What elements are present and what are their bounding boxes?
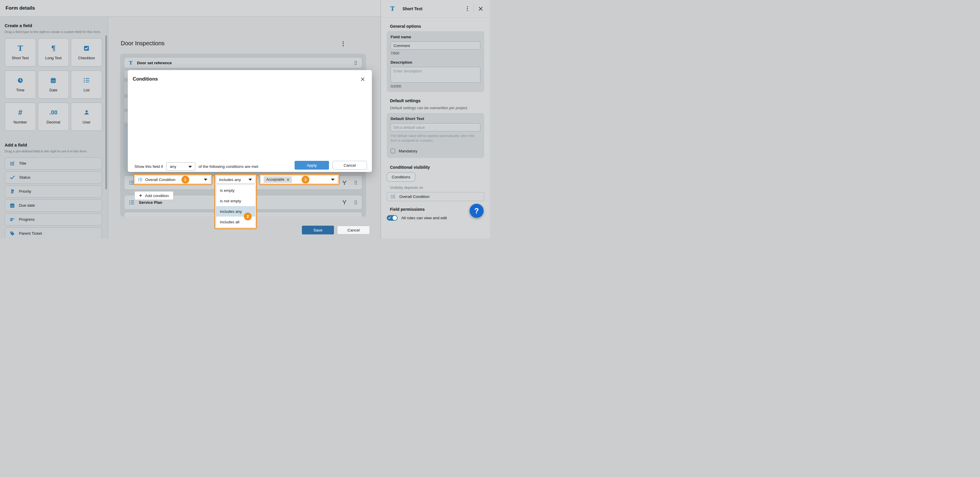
short-text-icon: T — [18, 45, 23, 52]
tile-short-text[interactable]: T Short Text — [5, 38, 36, 67]
tile-long-text[interactable]: ¶ Long Text — [38, 38, 69, 67]
tile-label: Time — [16, 88, 24, 92]
add-item-label: Status — [19, 175, 30, 180]
default-value-input[interactable] — [391, 123, 480, 131]
condition-operator-select[interactable]: includes any — [216, 175, 256, 183]
tile-checkbox[interactable]: Checkbox — [71, 38, 102, 67]
chevron-down-icon — [331, 179, 334, 181]
tile-label: Decimal — [47, 120, 60, 124]
panel-title: Short Text — [402, 6, 422, 11]
match-mode-select[interactable]: any — [166, 162, 196, 171]
save-button[interactable]: Save — [302, 226, 334, 235]
field-name-counter: 7/500 — [391, 51, 480, 56]
field-row-door-set-reference[interactable]: T Door set reference — [124, 57, 362, 68]
add-item-priority[interactable]: Priority — [5, 185, 102, 198]
field-type-grid: T Short Text ¶ Long Text Checkbox Time D… — [5, 38, 102, 131]
visibility-depends-field[interactable]: Overall Condition — [387, 192, 484, 201]
add-condition-label: Add condition — [145, 193, 169, 198]
tile-label: Date — [49, 88, 57, 92]
chip-remove-icon[interactable] — [287, 179, 290, 181]
add-item-progress[interactable]: Progress — [5, 214, 102, 226]
close-icon[interactable] — [361, 77, 365, 81]
edit-icon — [10, 161, 15, 166]
help-button[interactable]: ? — [469, 204, 484, 218]
visibility-depends-value: Overall Condition — [399, 195, 430, 199]
drag-handle-icon[interactable] — [354, 200, 357, 205]
description-counter: 0/2000 — [391, 85, 480, 88]
long-text-icon: ¶ — [51, 45, 56, 52]
toggle-knob — [393, 216, 397, 220]
drag-handle-icon[interactable] — [354, 61, 357, 65]
add-condition-button[interactable]: + Add condition — [134, 191, 173, 200]
add-item-status[interactable]: Status — [5, 171, 102, 183]
tile-time[interactable]: Time — [5, 70, 36, 99]
value-chip: Acceptable — [264, 176, 292, 183]
condition-field-value: Overall Condition — [145, 177, 176, 182]
option-label: includes any — [220, 209, 242, 214]
option-includes-all[interactable]: includes all — [216, 217, 255, 227]
sidebar-scrollbar[interactable] — [105, 35, 107, 190]
field-row-label: Door set reference — [137, 61, 172, 65]
add-item-title[interactable]: Title — [5, 157, 102, 170]
tile-label: Long Text — [45, 56, 62, 60]
add-item-due-date[interactable]: Due date — [5, 199, 102, 212]
add-item-label: Priority — [19, 189, 31, 193]
app-header: Form details — [0, 0, 381, 17]
tile-label: Short Text — [12, 56, 29, 60]
field-name-input[interactable] — [391, 41, 480, 49]
tile-number[interactable]: # Number — [5, 102, 36, 131]
tile-decimal[interactable]: .00 Decimal — [38, 102, 69, 131]
form-cancel-button[interactable]: Cancel — [337, 226, 370, 235]
form-title[interactable]: Door Inspections — [121, 40, 164, 47]
default-settings-note: Default settings can be overwritten per … — [390, 106, 484, 110]
match-suffix-text: of the following conditions are met: — [199, 164, 259, 169]
list-icon — [391, 194, 396, 199]
conditions-modal: Conditions Show this field if any of the… — [128, 70, 372, 172]
panel-close-icon[interactable] — [478, 6, 483, 11]
add-item-label: Progress — [19, 217, 35, 222]
chevron-down-icon — [188, 166, 192, 168]
description-input[interactable] — [391, 67, 480, 83]
tile-list[interactable]: List — [71, 70, 102, 99]
field-settings-panel: T Short Text General options Field name … — [381, 0, 490, 238]
list-icon — [138, 177, 143, 182]
tile-label: User — [83, 120, 91, 124]
field-name-label: Field name — [391, 35, 480, 39]
visibility-depends-label: Visibility depends on — [390, 186, 484, 190]
condition-value-highlight: Acceptable 3 — [259, 174, 339, 185]
option-is-not-empty[interactable]: is not empty — [216, 196, 255, 206]
option-includes-any[interactable]: includes any 2 — [216, 206, 255, 217]
condition-field-select[interactable]: Overall Condition 1 — [135, 175, 211, 183]
general-options-card: Field name 7/500 Description 0/2000 — [387, 31, 484, 92]
panel-kebab-icon[interactable] — [467, 6, 468, 11]
mandatory-checkbox[interactable] — [391, 148, 395, 153]
apply-button[interactable]: Apply — [294, 161, 329, 170]
option-is-empty[interactable]: is empty — [216, 185, 255, 196]
tag-icon — [10, 231, 15, 236]
branch-condition-icon[interactable] — [342, 200, 347, 205]
field-row-label: Service Plan — [139, 200, 162, 205]
general-options-heading: General options — [390, 24, 484, 29]
tile-user[interactable]: User — [71, 102, 102, 131]
condition-value-select[interactable]: Acceptable 3 — [261, 175, 338, 183]
condition-row: Overall Condition 1 includes any is empt… — [133, 174, 339, 185]
decimal-icon: .00 — [49, 108, 57, 116]
branch-condition-icon[interactable] — [342, 180, 347, 185]
description-label: Description — [391, 60, 480, 64]
conditions-button[interactable]: Conditions — [387, 172, 415, 182]
create-field-heading: Create a field — [5, 23, 102, 28]
modal-cancel-button[interactable]: Cancel — [332, 161, 367, 170]
operator-options-list: is empty is not empty includes any 2 inc… — [216, 185, 256, 228]
form-menu-kebab-icon[interactable] — [339, 40, 347, 47]
tile-date[interactable]: Date — [38, 70, 69, 99]
header-divider — [473, 5, 474, 13]
checkbox-icon — [83, 45, 89, 52]
condition-match-line: Show this field if any of the following … — [134, 162, 259, 171]
tile-label: Number — [13, 120, 27, 124]
list-icon — [83, 77, 90, 84]
permissions-toggle[interactable] — [387, 215, 398, 221]
add-item-label: Title — [19, 161, 26, 166]
add-item-parent-ticket[interactable]: Parent Ticket — [5, 227, 102, 238]
drag-handle-icon[interactable] — [354, 180, 357, 185]
list-icon — [129, 200, 134, 205]
